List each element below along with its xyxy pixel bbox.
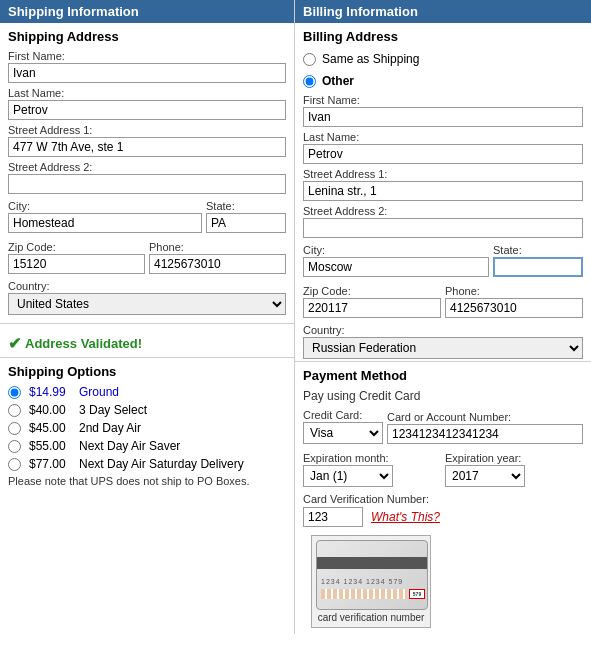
same-as-shipping-label: Same as Shipping	[322, 52, 419, 66]
billing-state-label: State:	[493, 244, 583, 256]
exp-month-select[interactable]: Jan (1) Feb (2) Mar (3)	[303, 465, 393, 487]
same-as-shipping-group[interactable]: Same as Shipping	[295, 48, 591, 70]
shipping-street1-input[interactable]	[8, 137, 286, 157]
shipping-city-input[interactable]	[8, 213, 202, 233]
billing-street1-label: Street Address 1:	[303, 168, 583, 180]
shipping-radio-3day[interactable]	[8, 404, 21, 417]
billing-country-select[interactable]: Russian Federation United States	[303, 337, 583, 359]
credit-card-label: Credit Card:	[303, 409, 383, 421]
billing-last-name-input[interactable]	[303, 144, 583, 164]
exp-month-label: Expiration month:	[303, 452, 441, 464]
shipping-option-nextday-sat[interactable]: $77.00 Next Day Air Saturday Delivery	[0, 455, 294, 473]
shipping-radio-2day[interactable]	[8, 422, 21, 435]
shipping-last-name-input[interactable]	[8, 100, 286, 120]
shipping-first-name-input[interactable]	[8, 63, 286, 83]
shipping-radio-ground[interactable]	[8, 386, 21, 399]
city-label: City:	[8, 200, 202, 212]
ups-note: Please note that UPS does not ship to PO…	[0, 473, 294, 491]
billing-zip-input[interactable]	[303, 298, 441, 318]
street1-label: Street Address 1:	[8, 124, 286, 136]
shipping-radio-nextday-sat[interactable]	[8, 458, 21, 471]
checkmark-icon: ✔	[8, 334, 21, 353]
cvv-card-image: 579 1234 1234 1234 579 card verification…	[311, 535, 431, 628]
account-number-label: Card or Account Number:	[387, 411, 583, 423]
address-validated: ✔ Address Validated!	[0, 330, 294, 357]
shipping-state-input[interactable]	[206, 213, 286, 233]
exp-year-select[interactable]: 2016 2017 2018	[445, 465, 525, 487]
billing-first-name-input[interactable]	[303, 107, 583, 127]
phone-label: Phone:	[149, 241, 286, 253]
zip-label: Zip Code:	[8, 241, 145, 253]
shipping-zip-input[interactable]	[8, 254, 145, 274]
billing-first-name-label: First Name:	[303, 94, 583, 106]
shipping-header: Shipping Information	[0, 0, 294, 23]
shipping-option-ground[interactable]: $14.99 Ground	[0, 383, 294, 401]
country-label: Country:	[8, 280, 286, 292]
shipping-country-select[interactable]: United States Russian Federation	[8, 293, 286, 315]
shipping-option-2day[interactable]: $45.00 2nd Day Air	[0, 419, 294, 437]
card-image-label: card verification number	[316, 612, 426, 623]
whats-this-link[interactable]: What's This?	[371, 510, 440, 524]
billing-street2-label: Street Address 2:	[303, 205, 583, 217]
exp-year-label: Expiration year:	[445, 452, 583, 464]
shipping-radio-nextday-saver[interactable]	[8, 440, 21, 453]
other-group[interactable]: Other	[295, 70, 591, 92]
billing-phone-label: Phone:	[445, 285, 583, 297]
billing-header: Billing Information	[295, 0, 591, 23]
billing-city-label: City:	[303, 244, 489, 256]
billing-street1-input[interactable]	[303, 181, 583, 201]
billing-state-input[interactable]	[493, 257, 583, 277]
billing-city-input[interactable]	[303, 257, 489, 277]
cvv-input[interactable]	[303, 507, 363, 527]
first-name-label: First Name:	[8, 50, 286, 62]
billing-country-label: Country:	[303, 324, 583, 336]
shipping-options-title: Shipping Options	[0, 358, 294, 383]
shipping-address-title: Shipping Address	[0, 23, 294, 48]
credit-card-select[interactable]: Visa MasterCard Amex	[303, 422, 383, 444]
billing-phone-input[interactable]	[445, 298, 583, 318]
other-label: Other	[322, 74, 354, 88]
billing-street2-input[interactable]	[303, 218, 583, 238]
shipping-phone-input[interactable]	[149, 254, 286, 274]
state-label: State:	[206, 200, 286, 212]
street2-label: Street Address 2:	[8, 161, 286, 173]
shipping-option-3day[interactable]: $40.00 3 Day Select	[0, 401, 294, 419]
other-radio[interactable]	[303, 75, 316, 88]
cvv-label: Card Verification Number:	[303, 493, 583, 505]
payment-title: Payment Method	[295, 362, 591, 387]
account-number-input[interactable]	[387, 424, 583, 444]
billing-address-title: Billing Address	[295, 23, 591, 48]
billing-last-name-label: Last Name:	[303, 131, 583, 143]
last-name-label: Last Name:	[8, 87, 286, 99]
billing-zip-label: Zip Code:	[303, 285, 441, 297]
cvv-highlight: 579	[409, 589, 425, 599]
shipping-street2-input[interactable]	[8, 174, 286, 194]
shipping-option-nextday-saver[interactable]: $55.00 Next Day Air Saver	[0, 437, 294, 455]
payment-subtitle: Pay using Credit Card	[295, 387, 591, 405]
same-as-shipping-radio[interactable]	[303, 53, 316, 66]
